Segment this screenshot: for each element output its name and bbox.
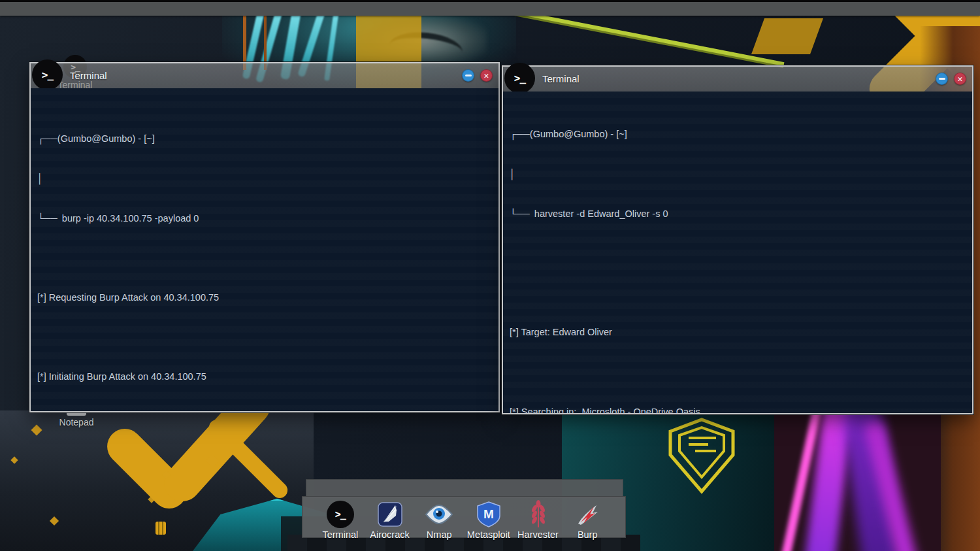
minimize-button[interactable] <box>462 69 474 82</box>
bolt-icon <box>574 500 600 529</box>
command-text: burp -ip 40.34.100.75 -payload 0 <box>62 213 199 224</box>
close-icon: ✕ <box>483 72 489 80</box>
dock-label: Harvester <box>517 529 559 540</box>
dock-label: Terminal <box>322 529 358 540</box>
prompt-prefix: └── <box>510 209 530 219</box>
prompt-line: ┌──(Gumbo@Gumbo) - [~] <box>510 127 966 141</box>
desktop-screen: >_ Terminal Notepad >_ Terminal ✕ ┌──(Gu… <box>0 0 980 551</box>
output-line: [*] Initiating Burp Attack on 40.34.100.… <box>37 370 492 383</box>
terminal-icon: >_ <box>32 59 63 90</box>
prompt-line: │ <box>37 172 492 185</box>
terminal-window-burp: >_ Terminal ✕ ┌──(Gumbo@Gumbo) - [~] │ └… <box>29 62 500 412</box>
dock-label: Metasploit <box>467 529 510 540</box>
output-line: [*] Searching in: Microsloth - OneDrive … <box>510 405 966 413</box>
terminal-icon: >_ <box>504 63 535 93</box>
shield-outline-icon <box>665 417 738 494</box>
wallpaper-gold-emblem <box>155 522 166 535</box>
window-title: Terminal <box>70 70 107 81</box>
dock-item-burp[interactable]: Burp <box>563 500 612 540</box>
dock-item-metasploit[interactable]: M Metasploit <box>464 500 514 540</box>
prompt-line: │ <box>510 167 966 180</box>
prompt-line: ┌──(Gumbo@Gumbo) - [~] <box>37 132 492 145</box>
dock-item-nmap[interactable]: Nmap <box>414 500 464 540</box>
command-line: └──burp -ip 40.34.100.75 -payload 0 <box>37 212 492 225</box>
output-line: [*] Requesting Burp Attack on 40.34.100.… <box>37 291 492 304</box>
dock-label: Airocrack <box>370 529 409 540</box>
minimize-button[interactable] <box>936 73 948 85</box>
svg-text:M: M <box>483 507 494 521</box>
dock-item-harvester[interactable]: Harvester <box>514 500 563 540</box>
close-button[interactable]: ✕ <box>480 69 493 82</box>
feather-icon <box>377 500 403 529</box>
minimize-icon <box>939 78 945 80</box>
window-title: Terminal <box>542 73 580 84</box>
command-line: └──harvester -d Edward_Oliver -s 0 <box>510 207 966 220</box>
desktop-icon-label: Notepad <box>59 417 94 427</box>
shield-m-icon: M <box>477 500 500 529</box>
titlebar[interactable]: >_ Terminal ✕ <box>31 63 498 89</box>
terminal-output-area[interactable]: ┌──(Gumbo@Gumbo) - [~] │ └──harvester -d… <box>503 92 972 413</box>
close-icon: ✕ <box>957 75 963 83</box>
titlebar[interactable]: >_ Terminal ✕ <box>503 67 972 92</box>
dock-tab <box>306 479 623 498</box>
wallpaper-shield-emblem <box>665 417 738 494</box>
terminal-output-area[interactable]: ┌──(Gumbo@Gumbo) - [~] │ └──burp -ip 40.… <box>31 88 498 411</box>
minimize-icon <box>465 75 472 76</box>
dock-label: Nmap <box>427 529 452 540</box>
dock: >_ Terminal Airocrack <box>302 479 626 538</box>
command-text: harvester -d Edward_Oliver -s 0 <box>534 209 668 219</box>
dock-panel: >_ Terminal Airocrack <box>302 496 626 538</box>
terminal-window-harvester: >_ Terminal ✕ ┌──(Gumbo@Gumbo) - [~] │ └… <box>502 65 973 414</box>
output-line: [*] Target: Edward Oliver <box>510 326 966 339</box>
dock-item-airocrack[interactable]: Airocrack <box>365 500 415 540</box>
close-button[interactable]: ✕ <box>954 73 966 85</box>
dock-label: Burp <box>578 529 598 540</box>
eye-icon <box>425 500 453 529</box>
wheat-icon <box>529 500 547 529</box>
top-panel <box>0 0 980 16</box>
prompt-prefix: └── <box>37 213 57 224</box>
dock-item-terminal[interactable]: >_ Terminal <box>316 500 365 540</box>
terminal-icon: >_ <box>327 501 354 528</box>
